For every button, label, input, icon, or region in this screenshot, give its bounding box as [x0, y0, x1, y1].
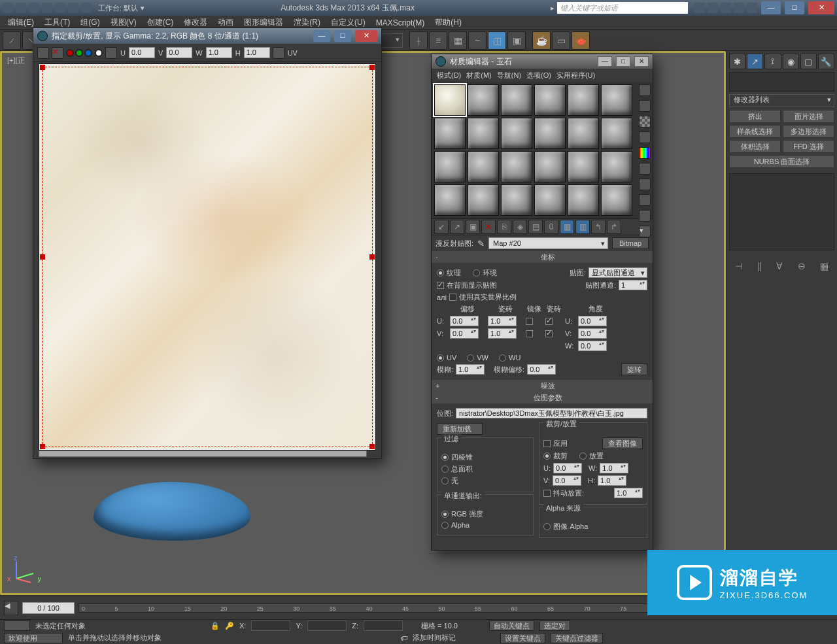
- timeline-config-icon[interactable]: ◀: [4, 601, 18, 615]
- radio-wu[interactable]: [499, 354, 506, 362]
- matedit-minimize[interactable]: —: [598, 56, 612, 67]
- star-icon[interactable]: [721, 3, 731, 13]
- make-preview-icon[interactable]: [639, 163, 651, 175]
- radio-texture[interactable]: [437, 269, 444, 277]
- v-spinner[interactable]: 0.0: [166, 47, 192, 58]
- bluroffset-spinner[interactable]: 0.0: [527, 364, 556, 375]
- select-by-mat-icon[interactable]: [639, 194, 651, 206]
- minimize-button[interactable]: —: [761, 1, 781, 14]
- angle-u[interactable]: 0.0: [578, 316, 607, 326]
- material-slot[interactable]: [601, 118, 632, 149]
- material-slot[interactable]: [468, 151, 499, 182]
- crop-scrollbar[interactable]: [39, 450, 367, 457]
- qat-open-icon[interactable]: [29, 3, 39, 13]
- crop-save-icon[interactable]: [37, 47, 49, 59]
- material-slot[interactable]: [501, 84, 532, 116]
- coord-z[interactable]: [364, 620, 403, 631]
- handle-tr[interactable]: [369, 65, 375, 70]
- search-input[interactable]: 键入关键字或短语: [557, 2, 688, 14]
- schematic-icon[interactable]: ◫: [488, 31, 506, 50]
- handle-tl[interactable]: [40, 65, 45, 70]
- sample-type-icon[interactable]: [639, 84, 651, 96]
- matmenu-nav[interactable]: 导航(N): [497, 71, 521, 80]
- map-name-combo[interactable]: Map #20: [488, 237, 608, 249]
- blue-channel-icon[interactable]: [84, 49, 92, 57]
- tilechk-v[interactable]: [545, 330, 553, 337]
- mirror-u[interactable]: [526, 318, 533, 325]
- slot-down-icon[interactable]: ▾: [639, 226, 651, 237]
- material-slot[interactable]: [534, 118, 566, 149]
- viewport-label[interactable]: [+][正: [7, 56, 25, 65]
- coord-x[interactable]: [251, 620, 290, 631]
- reload-button[interactable]: 重新加载: [437, 423, 483, 435]
- radio-rgbint[interactable]: [441, 511, 449, 518]
- sel-lock-icon[interactable]: [4, 620, 30, 631]
- object-name-field[interactable]: [729, 72, 834, 92]
- matedit-maximize[interactable]: □: [616, 56, 630, 67]
- make-unique-icon[interactable]: ◈: [513, 220, 527, 234]
- menu-help[interactable]: 帮助(H): [431, 16, 466, 29]
- mapping-combo[interactable]: 显式贴图通道: [589, 267, 647, 278]
- radio-summed[interactable]: [441, 466, 449, 473]
- mirror-v[interactable]: [526, 330, 533, 337]
- show-map-icon[interactable]: ▦: [560, 220, 574, 234]
- scene-object[interactable]: [94, 482, 250, 541]
- offset-u[interactable]: 0.0: [450, 316, 479, 326]
- crop-v[interactable]: 0.0: [553, 475, 581, 486]
- matmenu-mode[interactable]: 模式(D): [437, 71, 461, 80]
- matedit-titlebar[interactable]: 材质编辑器 - 玉石 — □ ✕: [432, 54, 653, 69]
- crop-mono-icon[interactable]: [105, 47, 117, 59]
- material-slot[interactable]: [568, 151, 599, 182]
- material-slot[interactable]: [434, 151, 466, 182]
- tab-hierarchy-icon[interactable]: ⟟: [764, 54, 781, 69]
- lock-icon[interactable]: 🔒: [211, 622, 220, 630]
- material-slot[interactable]: [468, 184, 499, 216]
- chk-showback[interactable]: [437, 282, 444, 289]
- backlight-icon[interactable]: [639, 100, 651, 112]
- handle-br[interactable]: [369, 444, 375, 449]
- tab-create-icon[interactable]: ✱: [729, 54, 745, 69]
- crop-maximize-button[interactable]: □: [334, 30, 351, 42]
- green-channel-icon[interactable]: [75, 49, 83, 57]
- selected-combo[interactable]: 选定对: [539, 620, 570, 631]
- setkey-button[interactable]: 设置关键点: [500, 633, 545, 643]
- btn-nurbssel[interactable]: NURBS 曲面选择: [729, 155, 834, 168]
- mirror-icon[interactable]: ⟊: [409, 31, 428, 50]
- offset-v[interactable]: 0.0: [450, 328, 479, 339]
- angle-v[interactable]: 0.0: [578, 328, 607, 339]
- align-icon[interactable]: ≡: [429, 31, 447, 50]
- rotate-button[interactable]: 旋转: [621, 364, 647, 375]
- chk-jitter[interactable]: [543, 490, 551, 497]
- mat-id-icon[interactable]: 0: [544, 220, 558, 234]
- radio-none[interactable]: [441, 477, 449, 484]
- put-to-scene-icon[interactable]: ↗: [450, 220, 464, 234]
- help2-icon[interactable]: [747, 3, 757, 13]
- config-icon[interactable]: ▦: [820, 261, 828, 271]
- mapchannel-spinner[interactable]: 1: [619, 280, 647, 290]
- btn-splinesel[interactable]: 样条线选择: [729, 125, 781, 138]
- crop-w[interactable]: 1.0: [600, 463, 628, 473]
- crop-rectangle[interactable]: [42, 67, 373, 447]
- close-button[interactable]: ✕: [808, 1, 834, 14]
- coords-rollout-header[interactable]: -坐标: [432, 251, 653, 263]
- btn-polysel[interactable]: 多边形选择: [783, 125, 834, 138]
- radio-alpha[interactable]: [441, 522, 449, 529]
- material-editor-icon[interactable]: ▣: [507, 31, 526, 50]
- coord-y[interactable]: [307, 620, 347, 631]
- material-slot[interactable]: [568, 184, 599, 216]
- tilechk-u[interactable]: [545, 318, 553, 325]
- keyfilter-button[interactable]: 关键点过滤器: [551, 633, 603, 643]
- jitter-spinner[interactable]: 1.0: [614, 488, 643, 498]
- material-slot[interactable]: [568, 84, 599, 116]
- show-end-icon[interactable]: ▥: [575, 220, 590, 234]
- map-type-button[interactable]: Bitmap: [612, 237, 649, 249]
- app-icon[interactable]: [3, 3, 13, 13]
- tab-motion-icon[interactable]: ◉: [783, 54, 799, 69]
- radio-uv[interactable]: [437, 354, 444, 362]
- crop-minimize-button[interactable]: —: [313, 30, 330, 42]
- handle-mr[interactable]: [369, 254, 375, 260]
- go-forward-icon[interactable]: ↱: [607, 220, 621, 234]
- autokey-button[interactable]: 自动关键点: [489, 620, 534, 631]
- qat-new-icon[interactable]: [16, 3, 26, 13]
- show-icon[interactable]: ∥: [757, 261, 762, 271]
